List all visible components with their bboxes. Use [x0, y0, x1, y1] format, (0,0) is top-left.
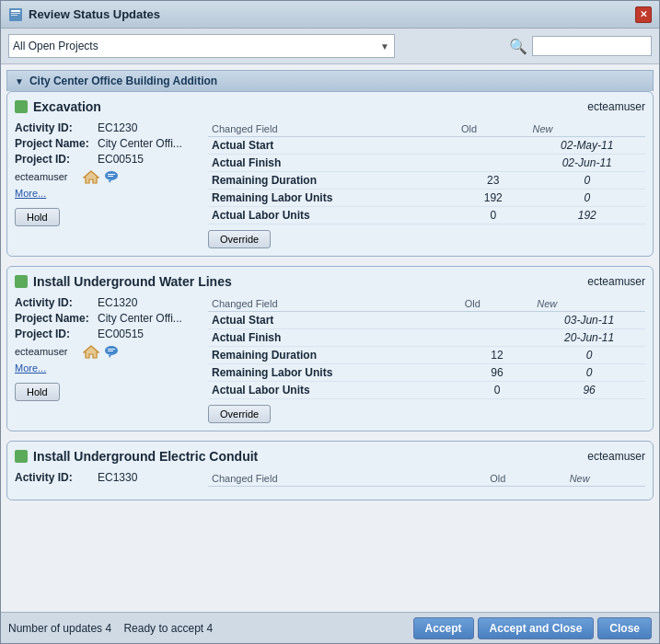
- user-label-2: ecteamuser: [15, 346, 79, 357]
- change-new-value: 20-Jun-11: [533, 329, 645, 347]
- activity-id-label: Activity ID:: [15, 121, 98, 134]
- change-field-name: Remaining Duration: [208, 172, 457, 190]
- app-icon: [8, 7, 23, 22]
- project-select[interactable]: All Open Projects City Center Office Bui…: [8, 34, 395, 58]
- activity-title-electric: Install Underground Electric Conduit: [33, 449, 258, 464]
- change-field-name: Actual Finish: [208, 155, 457, 172]
- activity-card-electric: Install Underground Electric Conduit ect…: [6, 441, 654, 500]
- activity-header-water: Install Underground Water Lines ecteamus…: [15, 274, 645, 289]
- left-panel-electric: Activity ID: EC1330: [15, 471, 199, 487]
- status-buttons: Accept Accept and Close Close: [413, 617, 652, 639]
- project-name-row: Project Name: City Center Offi...: [15, 137, 199, 150]
- ready-count: Ready to accept 4: [123, 622, 213, 635]
- activity-user-electric: ecteamuser: [587, 450, 645, 463]
- change-field-name: Actual Labor Units: [208, 207, 457, 224]
- change-old-value: 12: [461, 347, 533, 364]
- project-id-value: EC00515: [98, 153, 144, 166]
- table-row: Remaining Duration 12 0: [208, 347, 645, 364]
- activity-user-water: ecteamuser: [587, 275, 645, 288]
- activity-id-value: EC1230: [98, 121, 137, 134]
- search-icon-button[interactable]: 🔍: [508, 36, 528, 56]
- change-field-name: Actual Finish: [208, 329, 461, 347]
- table-row: Actual Start 03-Jun-11: [208, 312, 645, 329]
- change-field-name: Actual Start: [208, 312, 461, 329]
- svg-marker-13: [109, 355, 111, 358]
- table-row: Actual Labor Units 0 96: [208, 382, 645, 399]
- project-group-city-center: ▼ City Center Office Building Addition E…: [6, 70, 654, 500]
- change-old-value: [457, 137, 528, 155]
- accept-button[interactable]: Accept: [413, 617, 474, 639]
- status-dot-electric: [15, 450, 28, 463]
- more-link-2[interactable]: More...: [15, 362, 199, 374]
- change-field-name: Remaining Labor Units: [208, 364, 461, 382]
- table-row: Actual Finish 02-Jun-11: [208, 155, 645, 172]
- activity-id-value-water: EC1320: [98, 296, 137, 309]
- activity-body-electric: Activity ID: EC1330 Changed Field Old: [15, 471, 645, 487]
- scroll-container[interactable]: ▼ City Center Office Building Addition E…: [1, 64, 659, 612]
- change-field-name: Remaining Duration: [208, 347, 461, 364]
- change-new-value: 0: [533, 364, 645, 382]
- activity-title-water: Install Underground Water Lines: [33, 274, 232, 289]
- override-button-2[interactable]: Override: [208, 405, 271, 423]
- activity-card-excavation: Excavation ecteamuser Activity ID: EC123…: [6, 91, 654, 257]
- change-old-value: 0: [457, 207, 528, 224]
- activity-title-area: Excavation: [15, 99, 101, 114]
- changes-table-excavation: Changed Field Old New Actual Start: [208, 121, 645, 224]
- project-id-row-water: Project ID: EC00515: [15, 328, 199, 340]
- col-header-changed-field-1: Changed Field: [208, 121, 457, 137]
- activity-id-value-electric: EC1330: [98, 471, 137, 484]
- svg-rect-15: [108, 351, 113, 351]
- status-dot-water: [15, 275, 28, 288]
- project-name-row-water: Project Name: City Center Offi...: [15, 312, 199, 325]
- title-bar-left: Review Status Updates: [8, 7, 160, 22]
- change-old-value: [457, 155, 528, 172]
- change-new-value: 02-Jun-11: [528, 155, 645, 172]
- close-button[interactable]: Close: [597, 617, 652, 639]
- close-window-button[interactable]: ✕: [635, 6, 652, 23]
- chat-icon[interactable]: [103, 169, 120, 184]
- left-panel-excavation: Activity ID: EC1230 Project Name: City C…: [15, 121, 199, 248]
- user-icons-row-2: ecteamuser: [15, 344, 199, 359]
- svg-rect-3: [11, 15, 17, 16]
- table-row: Remaining Duration 23 0: [208, 172, 645, 190]
- table-row: Remaining Labor Units 192 0: [208, 190, 645, 207]
- svg-marker-7: [109, 180, 111, 183]
- accept-close-button[interactable]: Accept and Close: [478, 617, 595, 639]
- activity-header-electric: Install Underground Electric Conduit ect…: [15, 449, 645, 464]
- activity-title-area-water: Install Underground Water Lines: [15, 274, 232, 289]
- change-field-name: Remaining Labor Units: [208, 190, 457, 207]
- hold-button-2[interactable]: Hold: [15, 383, 60, 401]
- col-header-new-1: New: [528, 121, 645, 137]
- title-bar: Review Status Updates ✕: [1, 1, 659, 29]
- home-icon-2[interactable]: [83, 344, 99, 359]
- activity-id-row-electric: Activity ID: EC1330: [15, 471, 199, 484]
- change-old-value: 23: [457, 172, 528, 190]
- project-select-wrapper: All Open Projects City Center Office Bui…: [8, 34, 395, 58]
- change-new-value: 03-Jun-11: [533, 312, 645, 329]
- status-bar: Number of updates 4 Ready to accept 4 Ac…: [1, 612, 659, 643]
- search-input[interactable]: [532, 36, 652, 56]
- right-panel-electric: Changed Field Old New: [208, 471, 645, 487]
- user-label-1: ecteamuser: [15, 171, 79, 182]
- svg-rect-8: [108, 174, 115, 175]
- change-new-value: 02-May-11: [528, 137, 645, 155]
- table-row: Actual Start 02-May-11: [208, 137, 645, 155]
- change-old-value: 192: [457, 190, 528, 207]
- right-panel-water: Changed Field Old New Actual Start: [208, 296, 645, 423]
- changes-table-electric: Changed Field Old New: [208, 471, 645, 487]
- hold-button-1[interactable]: Hold: [15, 208, 60, 226]
- svg-rect-1: [11, 10, 20, 12]
- override-button-1[interactable]: Override: [208, 230, 271, 248]
- svg-marker-11: [84, 346, 98, 358]
- activity-id-label-water: Activity ID:: [15, 296, 98, 309]
- collapse-icon[interactable]: ▼: [15, 76, 24, 86]
- more-link-1[interactable]: More...: [15, 188, 199, 199]
- col-header-old-1: Old: [457, 121, 528, 137]
- activity-body-water: Activity ID: EC1320 Project Name: City C…: [15, 296, 645, 423]
- table-row: Actual Finish 20-Jun-11: [208, 329, 645, 347]
- svg-rect-14: [108, 349, 115, 350]
- col-header-new-2: New: [533, 296, 645, 312]
- home-icon[interactable]: [83, 169, 99, 184]
- window-title: Review Status Updates: [29, 7, 160, 21]
- chat-icon-2[interactable]: [103, 344, 120, 359]
